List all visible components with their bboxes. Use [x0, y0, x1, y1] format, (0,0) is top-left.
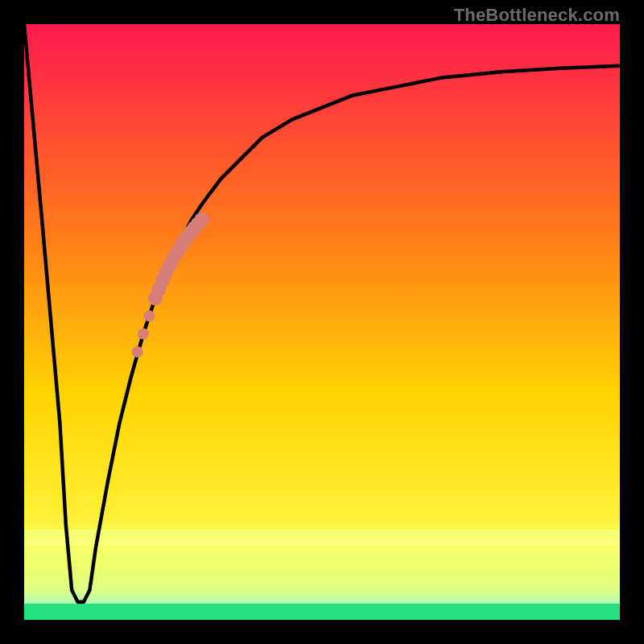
- highlight-dots: [132, 213, 209, 357]
- highlight-dot: [138, 328, 149, 340]
- highlight-dot: [132, 346, 143, 357]
- watermark-text: TheBottleneck.com: [454, 5, 620, 26]
- plot-area: [24, 24, 620, 620]
- chart-frame: TheBottleneck.com: [0, 0, 644, 644]
- curve-layer: [24, 24, 620, 620]
- highlight-dot: [195, 213, 209, 227]
- highlight-dot: [143, 311, 155, 322]
- bottleneck-curve: [24, 24, 620, 602]
